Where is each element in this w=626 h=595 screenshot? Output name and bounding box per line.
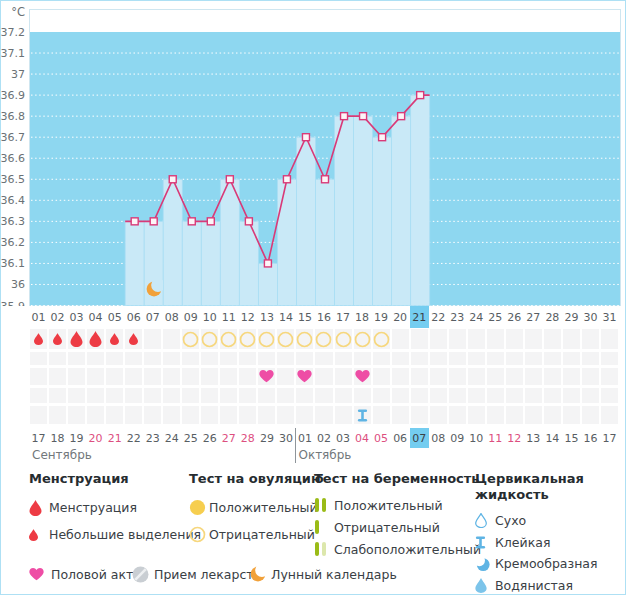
cervical-fluid-row-cell-06[interactable] [125, 406, 142, 424]
date-Сентябрь-21[interactable]: 21 [105, 428, 124, 448]
temperature-point[interactable] [245, 218, 252, 225]
intercourse-row-cell-12[interactable] [239, 368, 256, 385]
menstruation-ovulation-row-cell-29[interactable] [563, 329, 580, 349]
pregnancy-test-row-cell-21[interactable] [411, 352, 428, 365]
menstruation-ovulation-row-cell-20[interactable] [392, 329, 409, 349]
pregnancy-test-row-cell-27[interactable] [525, 352, 542, 365]
cervical-fluid-row-cell-15[interactable] [296, 406, 313, 424]
date-Октябрь-02[interactable]: 02 [314, 428, 333, 448]
intercourse-row-cell-15[interactable] [296, 368, 313, 385]
date-Октябрь-12[interactable]: 12 [505, 428, 524, 448]
cycle-day-23[interactable]: 23 [448, 306, 467, 328]
temperature-point[interactable] [360, 113, 367, 120]
cervical-fluid-row-cell-13[interactable] [258, 406, 275, 424]
menstruation-ovulation-row-cell-30[interactable] [582, 329, 599, 349]
cycle-day-16[interactable]: 16 [314, 306, 333, 328]
cervical-fluid-row-cell-05[interactable] [106, 406, 123, 424]
pregnancy-test-row-cell-05[interactable] [106, 352, 123, 365]
pregnancy-test-row-cell-03[interactable] [68, 352, 85, 365]
menstruation-ovulation-row-cell-04[interactable] [87, 329, 104, 349]
pregnancy-test-row-cell-01[interactable] [30, 352, 47, 365]
pregnancy-test-row-cell-26[interactable] [506, 352, 523, 365]
medication-row-cell-21[interactable] [411, 388, 428, 403]
date-Сентябрь-27[interactable]: 27 [219, 428, 238, 448]
cervical-fluid-row-cell-07[interactable] [144, 406, 161, 424]
pregnancy-test-row-cell-08[interactable] [163, 352, 180, 365]
cervical-fluid-row-cell-08[interactable] [163, 406, 180, 424]
cervical-fluid-row-cell-01[interactable] [30, 406, 47, 424]
intercourse-row-cell-14[interactable] [277, 368, 294, 385]
cervical-fluid-row-cell-02[interactable] [49, 406, 66, 424]
cervical-fluid-row-cell-17[interactable] [335, 406, 352, 424]
cycle-day-19[interactable]: 19 [372, 306, 391, 328]
pregnancy-test-row-cell-10[interactable] [201, 352, 218, 365]
menstruation-ovulation-row-cell-13[interactable] [258, 329, 275, 349]
medication-row-cell-09[interactable] [182, 388, 199, 403]
menstruation-ovulation-row-cell-16[interactable] [315, 329, 332, 349]
menstruation-ovulation-row-cell-02[interactable] [49, 329, 66, 349]
medication-row-cell-31[interactable] [601, 388, 618, 403]
intercourse-row-cell-13[interactable] [258, 368, 275, 385]
date-Октябрь-08[interactable]: 08 [429, 428, 448, 448]
temperature-point[interactable] [322, 176, 329, 183]
temperature-point[interactable] [283, 176, 290, 183]
menstruation-ovulation-row-cell-24[interactable] [468, 329, 485, 349]
cycle-day-05[interactable]: 05 [105, 306, 124, 328]
menstruation-ovulation-row-cell-15[interactable] [296, 329, 313, 349]
menstruation-ovulation-row-cell-28[interactable] [544, 329, 561, 349]
intercourse-row-cell-07[interactable] [144, 368, 161, 385]
date-Сентябрь-18[interactable]: 18 [48, 428, 67, 448]
menstruation-ovulation-row-cell-14[interactable] [277, 329, 294, 349]
temperature-point[interactable] [264, 260, 271, 267]
intercourse-row-cell-21[interactable] [411, 368, 428, 385]
medication-row-cell-27[interactable] [525, 388, 542, 403]
cervical-fluid-row-cell-21[interactable] [411, 406, 428, 424]
cycle-day-02[interactable]: 02 [48, 306, 67, 328]
temperature-point[interactable] [150, 218, 157, 225]
date-Сентябрь-22[interactable]: 22 [124, 428, 143, 448]
medication-row-cell-04[interactable] [87, 388, 104, 403]
date-Октябрь-13[interactable]: 13 [524, 428, 543, 448]
medication-row-cell-26[interactable] [506, 388, 523, 403]
medication-row-cell-13[interactable] [258, 388, 275, 403]
medication-row-cell-30[interactable] [582, 388, 599, 403]
intercourse-row-cell-16[interactable] [315, 368, 332, 385]
cycle-day-08[interactable]: 08 [162, 306, 181, 328]
medication-row-cell-10[interactable] [201, 388, 218, 403]
pregnancy-test-row-cell-18[interactable] [354, 352, 371, 365]
date-Октябрь-05[interactable]: 05 [372, 428, 391, 448]
cycle-day-20[interactable]: 20 [391, 306, 410, 328]
pregnancy-test-row-cell-07[interactable] [144, 352, 161, 365]
medication-row-cell-01[interactable] [30, 388, 47, 403]
menstruation-ovulation-row-cell-21[interactable] [411, 329, 428, 349]
medication-row-cell-20[interactable] [392, 388, 409, 403]
cervical-fluid-row-cell-30[interactable] [582, 406, 599, 424]
date-Октябрь-04[interactable]: 04 [353, 428, 372, 448]
cycle-day-14[interactable]: 14 [276, 306, 295, 328]
temperature-point[interactable] [207, 218, 214, 225]
pregnancy-test-row-cell-24[interactable] [468, 352, 485, 365]
pregnancy-test-row-cell-19[interactable] [373, 352, 390, 365]
cycle-day-12[interactable]: 12 [238, 306, 257, 328]
medication-row-cell-24[interactable] [468, 388, 485, 403]
intercourse-row-cell-28[interactable] [544, 368, 561, 385]
intercourse-row-cell-30[interactable] [582, 368, 599, 385]
pregnancy-test-row-cell-15[interactable] [296, 352, 313, 365]
intercourse-row-cell-26[interactable] [506, 368, 523, 385]
pregnancy-test-row-cell-29[interactable] [563, 352, 580, 365]
cycle-day-30[interactable]: 30 [581, 306, 600, 328]
menstruation-ovulation-row-cell-26[interactable] [506, 329, 523, 349]
date-Октябрь-16[interactable]: 16 [581, 428, 600, 448]
pregnancy-test-row-cell-06[interactable] [125, 352, 142, 365]
cervical-fluid-row-cell-14[interactable] [277, 406, 294, 424]
intercourse-row-cell-04[interactable] [87, 368, 104, 385]
intercourse-row-cell-10[interactable] [201, 368, 218, 385]
pregnancy-test-row-cell-13[interactable] [258, 352, 275, 365]
pregnancy-test-row-cell-30[interactable] [582, 352, 599, 365]
intercourse-row-cell-27[interactable] [525, 368, 542, 385]
pregnancy-test-row-cell-31[interactable] [601, 352, 618, 365]
medication-row-cell-07[interactable] [144, 388, 161, 403]
medication-row-cell-29[interactable] [563, 388, 580, 403]
pregnancy-test-row-cell-04[interactable] [87, 352, 104, 365]
medication-row-cell-28[interactable] [544, 388, 561, 403]
